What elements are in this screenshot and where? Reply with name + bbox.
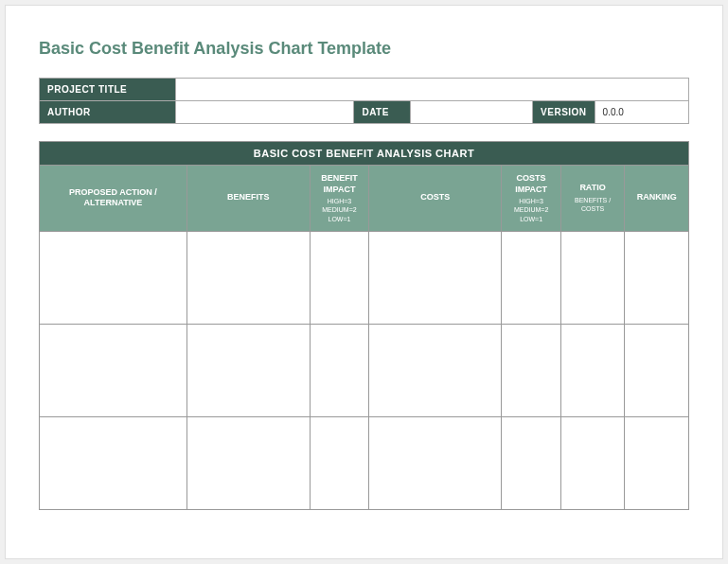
cell-action[interactable] bbox=[40, 231, 187, 324]
cell-benefit-impact[interactable] bbox=[310, 416, 368, 509]
cell-ranking[interactable] bbox=[625, 231, 689, 324]
cell-benefits[interactable] bbox=[186, 231, 310, 324]
table-row bbox=[40, 231, 689, 324]
cell-ratio[interactable] bbox=[560, 324, 625, 416]
header-ratio-main: RATIO bbox=[579, 183, 605, 192]
header-benefit-impact-sub: HIGH=3 MEDIUM=2 LOW=1 bbox=[314, 197, 364, 222]
project-title-value[interactable] bbox=[176, 79, 689, 101]
header-ranking: RANKING bbox=[625, 166, 689, 232]
date-label: DATE bbox=[354, 101, 411, 124]
analysis-chart-table: BASIC COST BENEFIT ANALYSIS CHART PROPOS… bbox=[39, 141, 689, 510]
cell-costs[interactable] bbox=[369, 324, 502, 416]
header-costs: COSTS bbox=[369, 166, 502, 232]
cell-ratio[interactable] bbox=[560, 231, 625, 324]
cell-ratio[interactable] bbox=[560, 416, 625, 509]
cell-benefits[interactable] bbox=[186, 324, 310, 416]
cell-costs[interactable] bbox=[369, 416, 502, 509]
header-ratio: RATIO BENEFITS / COSTS bbox=[560, 166, 625, 232]
cell-action[interactable] bbox=[40, 416, 187, 509]
header-action: PROPOSED ACTION / ALTERNATIVE bbox=[40, 166, 187, 232]
version-value[interactable]: 0.0.0 bbox=[595, 101, 688, 124]
header-benefit-impact: BENEFIT IMPACT HIGH=3 MEDIUM=2 LOW=1 bbox=[310, 166, 368, 232]
chart-heading: BASIC COST BENEFIT ANALYSIS CHART bbox=[40, 142, 689, 166]
header-costs-impact: COSTS IMPACT HIGH=3 MEDIUM=2 LOW=1 bbox=[502, 166, 560, 232]
page-title: Basic Cost Benefit Analysis Chart Templa… bbox=[39, 39, 689, 59]
header-costs-impact-sub: HIGH=3 MEDIUM=2 LOW=1 bbox=[506, 197, 556, 222]
cell-costs[interactable] bbox=[369, 231, 502, 324]
header-benefit-impact-main: BENEFIT IMPACT bbox=[321, 173, 358, 194]
cell-costs-impact[interactable] bbox=[502, 231, 560, 324]
version-label: VERSION bbox=[533, 101, 595, 124]
project-title-label: PROJECT TITLE bbox=[40, 79, 176, 101]
cell-benefit-impact[interactable] bbox=[310, 231, 368, 324]
author-value[interactable] bbox=[176, 101, 354, 124]
cell-benefits[interactable] bbox=[186, 416, 310, 509]
header-ratio-sub: BENEFITS / COSTS bbox=[565, 196, 621, 213]
date-value[interactable] bbox=[411, 101, 533, 124]
cell-action[interactable] bbox=[40, 324, 187, 416]
cell-costs-impact[interactable] bbox=[502, 324, 560, 416]
project-meta-table: PROJECT TITLE AUTHOR DATE VERSION 0.0.0 bbox=[39, 78, 689, 124]
author-label: AUTHOR bbox=[40, 101, 176, 124]
header-costs-impact-main: COSTS IMPACT bbox=[515, 173, 547, 194]
cell-costs-impact[interactable] bbox=[502, 416, 560, 509]
header-benefits: BENEFITS bbox=[186, 166, 310, 232]
document-page: Basic Cost Benefit Analysis Chart Templa… bbox=[5, 5, 723, 559]
cell-ranking[interactable] bbox=[625, 416, 689, 509]
table-row bbox=[40, 416, 689, 509]
cell-ranking[interactable] bbox=[625, 324, 689, 416]
cell-benefit-impact[interactable] bbox=[310, 324, 368, 416]
table-row bbox=[40, 324, 689, 416]
